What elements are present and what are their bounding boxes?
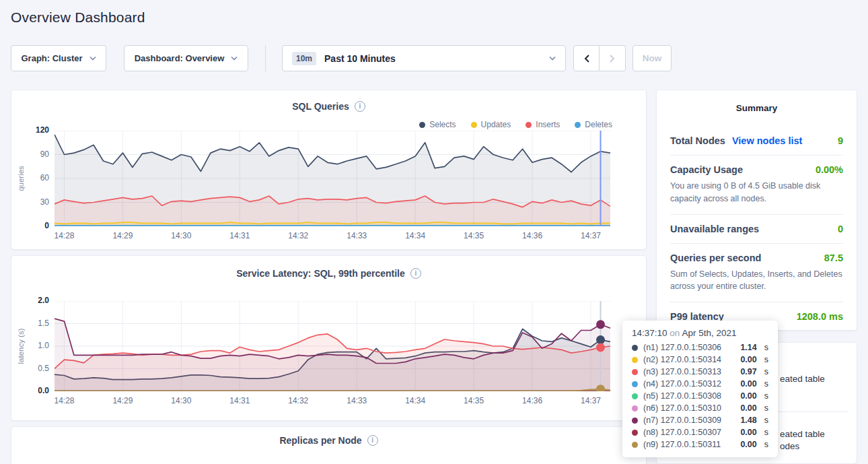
- legend-label: Selects: [429, 120, 456, 129]
- summary-panel: Summary Total Nodes View nodes list 9 Ca…: [656, 90, 857, 331]
- x-axis-tick-label: 14:37: [576, 396, 606, 405]
- node-latency-value: 0.00: [740, 440, 756, 449]
- node-latency-value: 0.97: [740, 367, 756, 376]
- view-nodes-list-link[interactable]: View nodes list: [732, 135, 803, 146]
- queries-per-second-value: 87.5: [824, 253, 843, 263]
- node-address: (n4) 127.0.0.1:50312: [643, 379, 735, 389]
- dashboard-dropdown[interactable]: Dashboard: Overview: [124, 45, 248, 71]
- total-nodes-value: 9: [838, 135, 843, 146]
- chevron-down-icon: [549, 56, 556, 61]
- queries-per-second-stat: Queries per second 87.5 Sum of Selects, …: [670, 244, 843, 303]
- node-color-dot-icon: [632, 357, 638, 363]
- node-address: (n9) 127.0.0.1:50311: [643, 440, 735, 449]
- info-icon[interactable]: i: [367, 435, 378, 446]
- chevron-down-icon: [89, 56, 96, 61]
- node-color-dot-icon: [632, 430, 638, 436]
- x-axis-tick-label: 14:33: [342, 231, 371, 240]
- page-title: Overview Dashboard: [11, 9, 145, 26]
- p99-latency-value: 1208.0 ms: [797, 311, 843, 322]
- time-prev-button[interactable]: [573, 45, 600, 71]
- unavailable-ranges-stat: Unavailable ranges 0: [670, 215, 843, 244]
- y-axis-tick-label: 0: [11, 221, 49, 230]
- node-latency-value: 0.00: [740, 355, 756, 364]
- chevron-down-icon: [231, 56, 238, 61]
- x-axis-tick-label: 14:35: [459, 396, 489, 405]
- legend-item-updates[interactable]: Updates: [471, 120, 511, 129]
- info-icon[interactable]: i: [410, 268, 421, 279]
- y-axis-tick-label: 1.0: [11, 341, 49, 350]
- unavailable-ranges-value: 0: [838, 224, 843, 234]
- unavailable-ranges-label: Unavailable ranges: [670, 224, 759, 234]
- sql-queries-chart-title: SQL Queries: [292, 101, 349, 112]
- node-address: (n8) 127.0.0.1:50307: [643, 428, 735, 437]
- x-axis-tick-label: 14:32: [283, 231, 313, 240]
- node-address: (n7) 127.0.0.1:50309: [643, 416, 735, 425]
- tooltip-node-row: (n1) 127.0.0.1:503061.14s: [632, 341, 768, 354]
- service-latency-panel: Service Latency: SQL, 99th percentile i …: [11, 255, 647, 421]
- time-range-label: Past 10 Minutes: [324, 53, 541, 64]
- x-axis-tick-label: 14:30: [166, 231, 196, 240]
- legend-label: Updates: [481, 120, 511, 129]
- node-color-dot-icon: [632, 393, 638, 399]
- legend-label: Deletes: [585, 120, 612, 129]
- time-next-button[interactable]: [600, 45, 626, 71]
- graph-dropdown[interactable]: Graph: Cluster: [11, 45, 106, 71]
- node-latency-unit: s: [764, 428, 768, 437]
- event-item-fragment[interactable]: eated table: [780, 429, 825, 439]
- sql-queries-panel: SQL Queries i SelectsUpdatesInsertsDelet…: [11, 90, 647, 250]
- summary-title: Summary: [657, 90, 857, 113]
- sql-queries-plot[interactable]: [55, 131, 610, 226]
- time-range-picker[interactable]: 10m Past 10 Minutes: [282, 45, 566, 71]
- capacity-usage-label: Capacity Usage: [670, 164, 743, 175]
- x-axis-tick-label: 14:29: [108, 396, 137, 405]
- toolbar: Graph: Cluster Dashboard: Overview 10m P…: [0, 45, 868, 71]
- node-latency-value: 0.00: [740, 379, 756, 389]
- tooltip-time: 14:37:10: [632, 328, 667, 338]
- legend-item-inserts[interactable]: Inserts: [526, 120, 560, 129]
- node-address: (n2) 127.0.0.1:50314: [643, 355, 735, 364]
- node-latency-unit: s: [764, 379, 768, 389]
- node-latency-unit: s: [764, 416, 768, 425]
- y-axis-tick-label: 0.0: [11, 386, 49, 395]
- service-latency-plot[interactable]: [55, 301, 610, 391]
- tooltip-node-row: (n4) 127.0.0.1:503120.00s: [632, 378, 768, 390]
- node-color-dot-icon: [632, 381, 638, 387]
- tooltip-node-row: (n9) 127.0.0.1:503110.00s: [632, 438, 768, 451]
- replicas-per-node-panel: Replicas per Node i: [11, 426, 647, 464]
- y-axis-tick-label: 120: [11, 125, 49, 135]
- x-axis-tick-label: 14:31: [225, 231, 254, 240]
- x-axis-tick-label: 14:37: [576, 231, 606, 240]
- info-icon[interactable]: i: [355, 101, 365, 112]
- legend-dot-icon: [471, 122, 477, 128]
- overview-dashboard-page: Overview Dashboard Graph: Cluster Dashbo…: [0, 0, 868, 464]
- tooltip-node-row: (n6) 127.0.0.1:503100.00s: [632, 402, 768, 414]
- tooltip-rows: (n1) 127.0.0.1:503061.14s(n2) 127.0.0.1:…: [632, 341, 768, 451]
- event-item-fragment[interactable]: eated table: [780, 374, 825, 384]
- tooltip-node-row: (n8) 127.0.0.1:503070.00s: [632, 426, 768, 438]
- node-address: (n5) 127.0.0.1:50308: [643, 391, 735, 401]
- queries-per-second-label: Queries per second: [670, 253, 761, 263]
- node-latency-unit: s: [764, 403, 768, 413]
- node-color-dot-icon: [632, 442, 638, 448]
- now-button[interactable]: Now: [632, 45, 672, 71]
- x-axis-tick-label: 14:28: [49, 396, 79, 405]
- legend-label: Inserts: [536, 120, 560, 129]
- tooltip-node-row: (n3) 127.0.0.1:503130.97s: [632, 366, 768, 378]
- node-latency-unit: s: [764, 355, 768, 364]
- node-latency-value: 0.00: [740, 428, 756, 437]
- node-latency-value: 0.00: [740, 391, 756, 401]
- node-color-dot-icon: [632, 369, 638, 375]
- tooltip-on: on: [670, 328, 680, 338]
- y-axis-tick-label: 60: [11, 173, 49, 183]
- node-latency-value: 1.48: [740, 416, 756, 425]
- service-latency-chart-title: Service Latency: SQL, 99th percentile: [236, 268, 405, 279]
- event-item-fragment[interactable]: odes: [780, 441, 799, 451]
- node-latency-unit: s: [764, 367, 768, 376]
- node-latency-value: 1.14: [740, 343, 756, 352]
- legend-item-deletes[interactable]: Deletes: [575, 120, 612, 129]
- capacity-usage-stat: Capacity Usage 0.00% You are using 0 B o…: [670, 156, 843, 215]
- legend-item-selects[interactable]: Selects: [419, 120, 456, 129]
- node-latency-unit: s: [764, 440, 768, 449]
- dashboard-dropdown-label: Dashboard: Overview: [135, 53, 225, 63]
- legend-dot-icon: [526, 122, 532, 128]
